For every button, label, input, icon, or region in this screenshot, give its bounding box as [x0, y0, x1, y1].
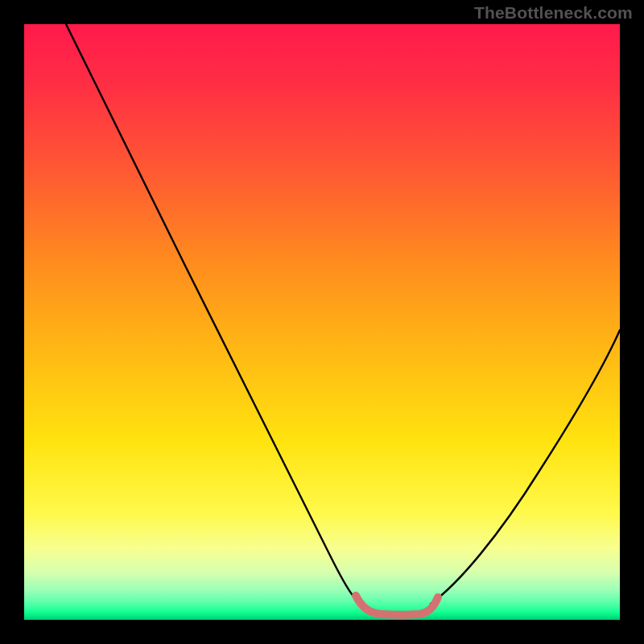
black-curve-left: [66, 24, 362, 605]
plot-area: [24, 24, 620, 620]
pink-bottom-segment: [356, 596, 438, 615]
curve-overlay: [24, 24, 620, 620]
watermark-text: TheBottleneck.com: [474, 3, 633, 23]
chart-frame: TheBottleneck.com: [0, 0, 644, 644]
black-curve-right: [431, 330, 620, 604]
